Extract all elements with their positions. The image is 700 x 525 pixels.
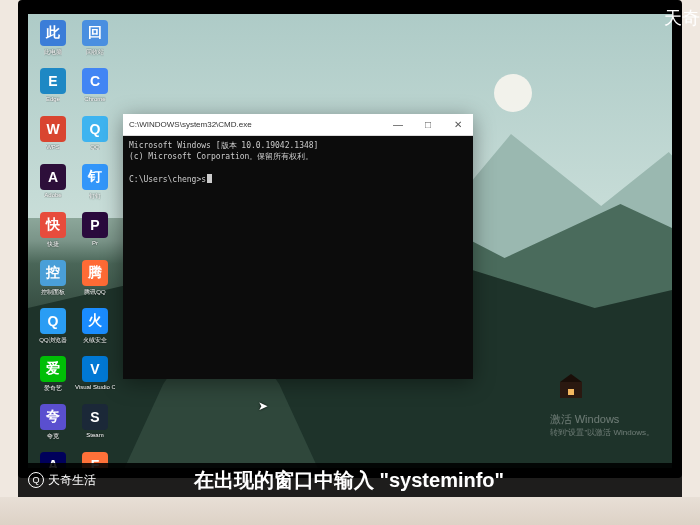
subtitle-overlay-bar: Q 天奇生活 在出现的窗口中输入 "systeminfo" xyxy=(18,463,682,497)
desktop-icon[interactable]: QQQ xyxy=(74,116,116,164)
cmd-output-line: (c) Microsoft Corporation。保留所有权利。 xyxy=(129,151,467,162)
desktop-icon[interactable]: 腾腾讯QQ xyxy=(74,260,116,308)
wallpaper-sun xyxy=(494,74,532,112)
cmd-prompt-line[interactable]: C:\Users\cheng>s xyxy=(129,174,467,185)
cmd-prompt-path: C:\Users\cheng> xyxy=(129,174,201,185)
desktop-icon[interactable]: 火火绒安全 xyxy=(74,308,116,356)
app-icon: C xyxy=(82,68,108,94)
desktop-icon-label: 火绒安全 xyxy=(83,336,107,345)
app-icon: 钉 xyxy=(82,164,108,190)
desktop-icon-label: 钉钉 xyxy=(89,192,101,201)
app-icon: W xyxy=(40,116,66,142)
desktop-icon-label: 回收站 xyxy=(86,48,104,57)
activation-title: 激活 Windows xyxy=(550,412,654,427)
app-icon: P xyxy=(82,212,108,238)
app-icon: 控 xyxy=(40,260,66,286)
maximize-button[interactable]: □ xyxy=(413,114,443,136)
desktop-icon-label: 夸克 xyxy=(47,432,59,441)
desktop-icon[interactable]: SSteam xyxy=(74,404,116,452)
desktop-icon-label: QQ浏览器 xyxy=(39,336,66,345)
cmd-output-line: Microsoft Windows [版本 10.0.19042.1348] xyxy=(129,140,467,151)
desktop-icon[interactable]: EEdge xyxy=(32,68,74,116)
desktop-icon[interactable]: 钉钉钉 xyxy=(74,164,116,212)
desktop-icon[interactable]: QQQ浏览器 xyxy=(32,308,74,356)
app-icon: A xyxy=(40,164,66,190)
cmd-body[interactable]: Microsoft Windows [版本 10.0.19042.1348] (… xyxy=(123,136,473,379)
desktop-icon-label: Adobe xyxy=(44,192,61,198)
desktop-icon-label: QQ xyxy=(90,144,99,150)
app-icon: S xyxy=(82,404,108,430)
app-icon: 回 xyxy=(82,20,108,46)
app-icon: 火 xyxy=(82,308,108,334)
desktop-icon[interactable]: WWPS xyxy=(32,116,74,164)
desktop-icon-label: Visual Studio Code xyxy=(75,384,115,390)
desktop-icon[interactable]: 爱爱奇艺 xyxy=(32,356,74,404)
app-icon: 此 xyxy=(40,20,66,46)
cmd-typed-input: s xyxy=(201,174,206,185)
desktop-icon[interactable]: 夸夸克 xyxy=(32,404,74,452)
desktop-icon-label: 腾讯QQ xyxy=(84,288,105,297)
cmd-blank-line xyxy=(129,162,467,173)
activation-subtitle: 转到"设置"以激活 Windows。 xyxy=(550,427,654,438)
desktop-screen: 此此电脑回回收站EEdgeCChromeWWPSQQQAAdobe钉钉钉快快捷P… xyxy=(28,14,672,468)
desktop-icon[interactable]: VVisual Studio Code xyxy=(74,356,116,404)
monitor-bezel: 此此电脑回回收站EEdgeCChromeWWPSQQQAAdobe钉钉钉快快捷P… xyxy=(18,0,682,478)
desktop-icon-label: Chrome xyxy=(84,96,105,102)
desktop-icon-label: Steam xyxy=(86,432,103,438)
desktop-icon-grid: 此此电脑回回收站EEdgeCChromeWWPSQQQAAdobe钉钉钉快快捷P… xyxy=(32,20,116,468)
cmd-cursor xyxy=(207,174,212,183)
minimize-button[interactable]: — xyxy=(383,114,413,136)
desktop-icon-label: Edge xyxy=(46,96,60,102)
cmd-window[interactable]: C:\WINDOWS\system32\CMD.exe — □ ✕ Micros… xyxy=(123,114,473,379)
app-icon: 夸 xyxy=(40,404,66,430)
desktop-icon[interactable]: PPr xyxy=(74,212,116,260)
subtitle-logo: Q 天奇生活 xyxy=(18,472,96,489)
desktop-icon[interactable]: CChrome xyxy=(74,68,116,116)
subtitle-instruction-text: 在出现的窗口中输入 "systeminfo" xyxy=(96,467,682,494)
desktop-icon[interactable]: 控控制面板 xyxy=(32,260,74,308)
desktop-icon-label: 控制面板 xyxy=(41,288,65,297)
windows-activation-watermark: 激活 Windows 转到"设置"以激活 Windows。 xyxy=(550,412,654,438)
desktop-icon-label: Pr xyxy=(92,240,98,246)
desktop-icon-label: 快捷 xyxy=(47,240,59,249)
overlay-brand-partial: 天奇 xyxy=(664,6,700,30)
subtitle-logo-text: 天奇生活 xyxy=(48,472,96,489)
app-icon: 爱 xyxy=(40,356,66,382)
app-icon: 快 xyxy=(40,212,66,238)
desktop-icon[interactable]: 回回收站 xyxy=(74,20,116,68)
app-icon: E xyxy=(40,68,66,94)
desktop-icon-label: 爱奇艺 xyxy=(44,384,62,393)
app-icon: Q xyxy=(82,116,108,142)
cmd-titlebar[interactable]: C:\WINDOWS\system32\CMD.exe — □ ✕ xyxy=(123,114,473,136)
desktop-icon[interactable]: 此此电脑 xyxy=(32,20,74,68)
desktop-icon[interactable]: AAdobe xyxy=(32,164,74,212)
subtitle-logo-icon: Q xyxy=(28,472,44,488)
close-button[interactable]: ✕ xyxy=(443,114,473,136)
app-icon: V xyxy=(82,356,108,382)
cmd-title-text: C:\WINDOWS\system32\CMD.exe xyxy=(123,120,383,129)
desktop-icon[interactable]: 快快捷 xyxy=(32,212,74,260)
mouse-cursor-icon: ➤ xyxy=(258,399,268,413)
desktop-icon-label: 此电脑 xyxy=(44,48,62,57)
desktop-icon-label: WPS xyxy=(46,144,60,150)
app-icon: Q xyxy=(40,308,66,334)
wallpaper-house-window xyxy=(568,389,574,395)
app-icon: 腾 xyxy=(82,260,108,286)
